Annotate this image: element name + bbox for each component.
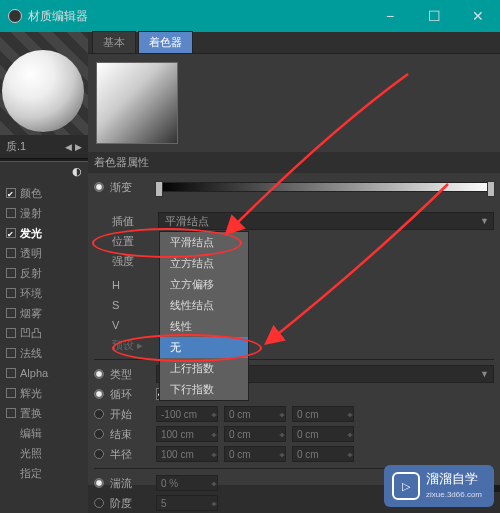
title-bar: 材质编辑器 − ☐ ✕ bbox=[0, 0, 500, 32]
channel-toggle[interactable] bbox=[6, 188, 16, 198]
tab-shader[interactable]: 着色器 bbox=[138, 31, 193, 53]
chevron-down-icon: ▼ bbox=[480, 216, 489, 226]
channel-label: 发光 bbox=[20, 226, 82, 241]
radio-turb[interactable] bbox=[94, 478, 104, 488]
channel-label: 颜色 bbox=[20, 186, 82, 201]
octaves-input[interactable]: 5 bbox=[156, 495, 218, 511]
channel-toggle[interactable] bbox=[6, 228, 16, 238]
channel-row-bump[interactable]: 凹凸 bbox=[0, 323, 88, 343]
menu-item[interactable]: 线性结点 bbox=[160, 295, 248, 316]
tab-bar: 基本 着色器 bbox=[88, 32, 500, 54]
channel-label: 反射 bbox=[20, 266, 82, 281]
menu-item[interactable]: 线性 bbox=[160, 316, 248, 337]
channel-toggle[interactable] bbox=[6, 248, 16, 258]
preview-sphere-render bbox=[2, 50, 84, 132]
shader-thumbnail[interactable] bbox=[96, 62, 178, 144]
channel-row-alpha[interactable]: Alpha bbox=[0, 363, 88, 383]
label-gradient: 渐变 bbox=[110, 180, 150, 195]
channel-label: 漫射 bbox=[20, 206, 82, 221]
label-s: S bbox=[112, 299, 132, 311]
close-button[interactable]: ✕ bbox=[456, 0, 500, 32]
channel-toggle[interactable] bbox=[6, 288, 16, 298]
channel-row-reflection[interactable]: 反射 bbox=[0, 263, 88, 283]
menu-item[interactable]: 立方偏移 bbox=[160, 274, 248, 295]
channel-toggle[interactable] bbox=[6, 348, 16, 358]
menu-item[interactable]: 上行指数 bbox=[160, 358, 248, 379]
channel-row-glow[interactable]: 辉光 bbox=[0, 383, 88, 403]
menu-item[interactable]: 平滑结点 bbox=[160, 232, 248, 253]
channel-label: Alpha bbox=[20, 367, 82, 379]
channel-label: 指定 bbox=[20, 466, 82, 481]
label-start: 开始 bbox=[110, 407, 150, 422]
material-preview[interactable] bbox=[0, 32, 88, 135]
label-end: 结束 bbox=[110, 427, 150, 442]
window-title: 材质编辑器 bbox=[28, 8, 368, 25]
channel-toggle[interactable] bbox=[6, 368, 16, 378]
channel-row-diffuse[interactable]: 漫射 bbox=[0, 203, 88, 223]
watermark-url: zixue.3d66.com bbox=[426, 490, 482, 499]
start-z-input[interactable]: 0 cm bbox=[292, 406, 354, 422]
channel-toggle[interactable] bbox=[6, 208, 16, 218]
turbulence-input[interactable]: 0 % bbox=[156, 475, 218, 491]
channel-label: 透明 bbox=[20, 246, 82, 261]
channel-label: 置换 bbox=[20, 406, 82, 421]
channel-row-displacement[interactable]: 置换 bbox=[0, 403, 88, 423]
radio-oct[interactable] bbox=[94, 498, 104, 508]
channel-label: 法线 bbox=[20, 346, 82, 361]
end-y-input[interactable]: 0 cm bbox=[224, 426, 286, 442]
start-y-input[interactable]: 0 cm bbox=[224, 406, 286, 422]
play-icon: ▷ bbox=[392, 472, 420, 500]
radius-y-input[interactable]: 0 cm bbox=[224, 446, 286, 462]
interp-menu: 平滑结点 立方结点 立方偏移 线性结点 线性 无 上行指数 下行指数 bbox=[159, 231, 249, 401]
radius-z-input[interactable]: 0 cm bbox=[292, 446, 354, 462]
channel-toggle[interactable] bbox=[6, 328, 16, 338]
label-h: H bbox=[112, 279, 132, 291]
start-x-input[interactable]: -100 cm bbox=[156, 406, 218, 422]
interp-value: 平滑结点 bbox=[165, 214, 209, 229]
channel-label: 编辑 bbox=[20, 426, 82, 441]
channel-label: 辉光 bbox=[20, 386, 82, 401]
right-column: 基本 着色器 着色器属性 渐变 插值 平滑结点 ▼ 平滑结点 bbox=[88, 32, 500, 485]
channel-row-assign[interactable]: 指定 bbox=[0, 463, 88, 483]
channel-row-color[interactable]: 颜色 bbox=[0, 183, 88, 203]
channel-row-luminance[interactable]: 发光 bbox=[0, 223, 88, 243]
channel-toggle[interactable] bbox=[6, 268, 16, 278]
label-turbulence: 湍流 bbox=[110, 476, 150, 491]
channel-label: 光照 bbox=[20, 446, 82, 461]
radio-gradient[interactable] bbox=[94, 182, 104, 192]
radio-type[interactable] bbox=[94, 369, 104, 379]
menu-item[interactable]: 下行指数 bbox=[160, 379, 248, 400]
channel-row-environment[interactable]: 环境 bbox=[0, 283, 88, 303]
channel-row-transparency[interactable]: 透明 bbox=[0, 243, 88, 263]
channel-label: 凹凸 bbox=[20, 326, 82, 341]
channel-toggle[interactable] bbox=[6, 408, 16, 418]
preview-nav-arrows[interactable]: ◀ ▶ bbox=[65, 142, 82, 152]
minimize-button[interactable]: − bbox=[368, 0, 412, 32]
interp-dropdown[interactable]: 平滑结点 ▼ 平滑结点 立方结点 立方偏移 线性结点 线性 无 上行指数 下行指… bbox=[158, 212, 494, 230]
watermark-title: 溜溜自学 bbox=[426, 472, 482, 486]
radio-end[interactable] bbox=[94, 429, 104, 439]
material-name[interactable]: 质.1 bbox=[6, 139, 26, 154]
channel-row-fog[interactable]: 烟雾 bbox=[0, 303, 88, 323]
radio-start[interactable] bbox=[94, 409, 104, 419]
channel-row-illum[interactable]: 光照 bbox=[0, 443, 88, 463]
watermark-badge: ▷ 溜溜自学 zixue.3d66.com bbox=[384, 465, 494, 507]
gradient-bar[interactable] bbox=[156, 182, 494, 192]
radio-radius[interactable] bbox=[94, 449, 104, 459]
radio-cycle[interactable] bbox=[94, 389, 104, 399]
chevron-down-icon: ▼ bbox=[480, 369, 489, 379]
settings-icon[interactable]: ◐ bbox=[72, 165, 82, 178]
channel-row-normal[interactable]: 法线 bbox=[0, 343, 88, 363]
restore-button[interactable]: ☐ bbox=[412, 0, 456, 32]
channel-row-edit[interactable]: 编辑 bbox=[0, 423, 88, 443]
end-x-input[interactable]: 100 cm bbox=[156, 426, 218, 442]
tab-basic[interactable]: 基本 bbox=[92, 31, 136, 53]
channel-label: 环境 bbox=[20, 286, 82, 301]
channel-toggle[interactable] bbox=[6, 388, 16, 398]
radius-x-input[interactable]: 100 cm bbox=[156, 446, 218, 462]
menu-item[interactable]: 立方结点 bbox=[160, 253, 248, 274]
label-interp: 插值 bbox=[112, 214, 152, 229]
channel-toggle[interactable] bbox=[6, 308, 16, 318]
menu-item-highlight[interactable]: 无 bbox=[160, 337, 248, 358]
end-z-input[interactable]: 0 cm bbox=[292, 426, 354, 442]
